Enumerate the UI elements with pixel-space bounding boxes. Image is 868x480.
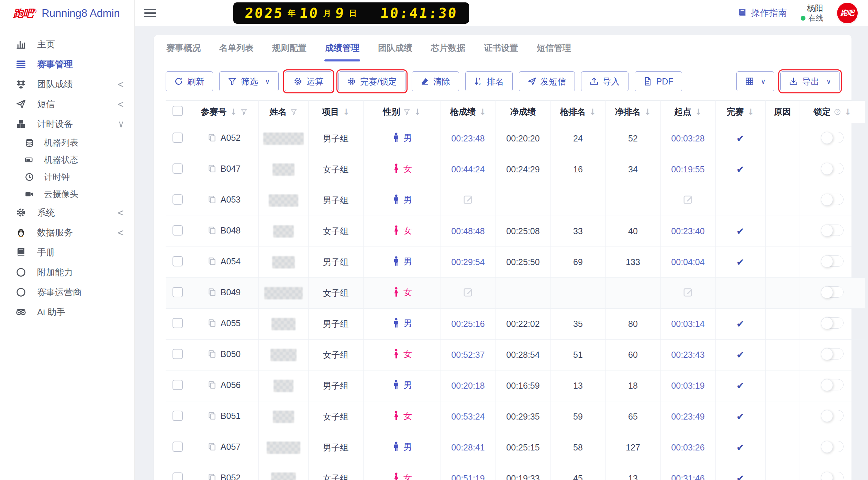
sidebar-item-赛事运营商[interactable]: 赛事运营商: [0, 282, 134, 302]
row-checkbox[interactable]: [173, 133, 183, 143]
sort-icon[interactable]: ↓: [414, 107, 421, 117]
copy-icon[interactable]: [208, 380, 216, 389]
sort-icon[interactable]: ↓: [589, 107, 596, 117]
cell-gun-time-link[interactable]: 00:23:48: [451, 134, 485, 143]
lock-toggle[interactable]: [821, 317, 844, 329]
row-checkbox[interactable]: [173, 256, 183, 266]
edit-icon[interactable]: [463, 194, 473, 205]
filter-icon[interactable]: [403, 108, 410, 115]
cell-start-time-link[interactable]: 00:23:49: [671, 412, 704, 421]
sidebar-item-云摄像头[interactable]: 云摄像头: [0, 185, 134, 203]
sidebar-item-主页[interactable]: 主页: [0, 34, 134, 54]
chevron-left-icon[interactable]: <: [117, 207, 124, 218]
chevron-left-icon[interactable]: <: [117, 98, 124, 110]
lock-toggle[interactable]: [821, 348, 844, 359]
row-checkbox[interactable]: [173, 380, 183, 390]
filter-icon[interactable]: [241, 108, 247, 115]
copy-icon[interactable]: [208, 164, 216, 173]
刷新-button[interactable]: 刷新: [166, 71, 213, 91]
cell-start-time-link[interactable]: 00:03:26: [671, 443, 704, 452]
cell-start-time-link[interactable]: 00:04:04: [671, 257, 704, 267]
sidebar-item-手册[interactable]: 手册: [0, 242, 134, 262]
lock-toggle[interactable]: [821, 225, 844, 236]
tab-团队成绩[interactable]: 团队成绩: [377, 35, 413, 61]
cell-start-time-link[interactable]: 00:19:55: [671, 164, 704, 174]
lock-toggle[interactable]: [821, 441, 844, 452]
edit-icon[interactable]: [683, 287, 693, 297]
chevron-left-icon[interactable]: <: [117, 78, 124, 90]
PDF-button[interactable]: PDF: [635, 71, 682, 91]
row-checkbox[interactable]: [173, 225, 183, 236]
导出-button[interactable]: 导出∨: [780, 71, 840, 91]
sidebar-item-短信[interactable]: 短信<: [0, 94, 134, 114]
copy-icon[interactable]: [208, 473, 216, 480]
tab-成绩管理[interactable]: 成绩管理: [324, 35, 360, 61]
lock-toggle[interactable]: [821, 286, 844, 298]
sidebar-item-团队成绩[interactable]: 团队成绩<: [0, 74, 134, 94]
row-checkbox[interactable]: [173, 411, 183, 421]
help-icon[interactable]: [834, 108, 841, 115]
sort-icon[interactable]: ↓: [844, 107, 851, 117]
tab-规则配置[interactable]: 规则配置: [271, 35, 307, 61]
tab-赛事概况[interactable]: 赛事概况: [166, 35, 201, 61]
cell-gun-time-link[interactable]: 00:20:18: [451, 381, 485, 390]
sort-icon[interactable]: ↓: [479, 107, 486, 117]
row-checkbox[interactable]: [173, 287, 183, 297]
sort-icon[interactable]: ↓: [695, 107, 702, 117]
cell-gun-time-link[interactable]: 00:53:24: [451, 412, 485, 421]
发短信-button[interactable]: 发短信: [519, 71, 575, 91]
lock-toggle[interactable]: [821, 410, 844, 421]
sidebar-item-机器状态[interactable]: 机器状态: [0, 151, 134, 168]
lock-toggle[interactable]: [821, 163, 844, 174]
sort-icon[interactable]: ↓: [230, 107, 237, 117]
cell-gun-time-link[interactable]: 00:48:48: [451, 226, 485, 236]
row-checkbox[interactable]: [173, 163, 183, 174]
copy-icon[interactable]: [208, 319, 216, 328]
sidebar-item-计时钟[interactable]: 计时钟: [0, 168, 134, 185]
copy-icon[interactable]: [208, 411, 216, 420]
chevron-down-icon[interactable]: ∨: [118, 118, 124, 130]
row-checkbox[interactable]: [173, 349, 183, 359]
运算-button[interactable]: 运算: [285, 71, 332, 91]
lock-toggle[interactable]: [821, 379, 844, 390]
cell-gun-time-link[interactable]: 00:25:16: [451, 319, 485, 329]
filter-icon[interactable]: [290, 108, 297, 115]
guide-link[interactable]: 操作指南: [737, 7, 787, 19]
完赛/锁定-button[interactable]: 完赛/锁定: [338, 71, 405, 91]
cell-gun-time-link[interactable]: 00:44:24: [451, 164, 485, 174]
copy-icon[interactable]: [208, 350, 216, 358]
sidebar-item-机器列表[interactable]: 机器列表: [0, 134, 134, 151]
lock-toggle[interactable]: [821, 255, 844, 267]
copy-icon[interactable]: [208, 288, 216, 297]
tab-短信管理[interactable]: 短信管理: [536, 35, 572, 61]
cell-start-time-link[interactable]: 00:03:19: [671, 381, 704, 390]
cell-start-time-link[interactable]: 00:23:40: [671, 226, 704, 236]
筛选-button[interactable]: 筛选∨: [219, 71, 279, 91]
cell-start-time-link[interactable]: 00:23:43: [671, 350, 704, 359]
sidebar-item-赛事管理[interactable]: 赛事管理: [0, 54, 134, 74]
edit-icon[interactable]: [683, 194, 693, 205]
lock-toggle[interactable]: [821, 132, 844, 143]
copy-icon[interactable]: [208, 133, 216, 142]
select-all-checkbox[interactable]: [173, 106, 183, 116]
lock-toggle[interactable]: [821, 194, 844, 205]
row-checkbox[interactable]: [173, 442, 183, 452]
grid-button[interactable]: ∨: [736, 71, 775, 91]
cell-start-time-link[interactable]: 00:03:14: [671, 319, 704, 329]
cell-start-time-link[interactable]: 00:03:28: [671, 134, 704, 143]
cell-gun-time-link[interactable]: 00:29:54: [451, 257, 485, 267]
导入-button[interactable]: 导入: [581, 71, 628, 91]
cell-gun-time-link[interactable]: 00:51:19: [451, 473, 485, 480]
sidebar-item-Ai 助手[interactable]: Ai 助手: [0, 302, 134, 322]
cell-start-time-link[interactable]: 00:31:46: [671, 473, 704, 480]
cell-gun-time-link[interactable]: 00:28:41: [451, 443, 485, 452]
sidebar-item-附加能力[interactable]: 附加能力: [0, 262, 134, 282]
sidebar-item-数据服务[interactable]: 数据服务<: [0, 222, 134, 242]
清除-button[interactable]: 清除: [412, 71, 459, 91]
排名-button[interactable]: 排名: [465, 71, 513, 91]
edit-icon[interactable]: [463, 287, 473, 297]
copy-icon[interactable]: [208, 226, 216, 235]
copy-icon[interactable]: [208, 195, 216, 204]
copy-icon[interactable]: [208, 442, 216, 451]
lock-toggle[interactable]: [821, 472, 844, 480]
